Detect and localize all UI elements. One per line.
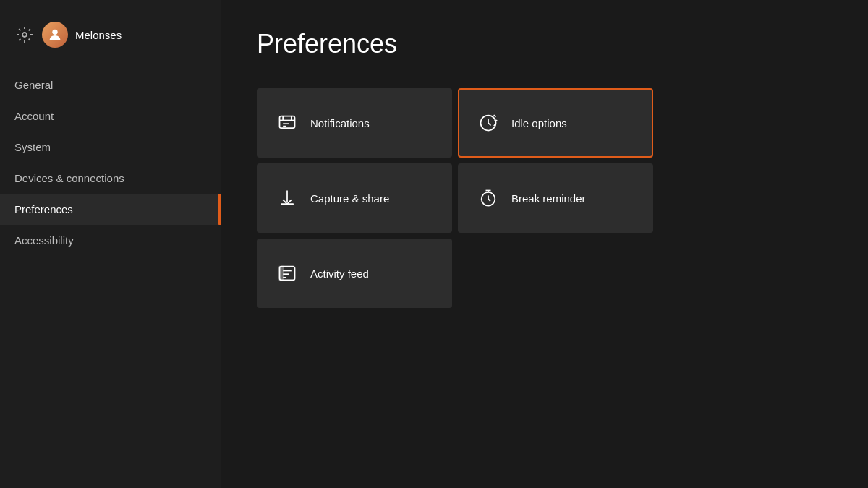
svg-rect-2 [280, 116, 295, 128]
tile-capture-share[interactable]: Capture & share [257, 163, 452, 233]
sidebar-header: Melonses [0, 14, 221, 69]
tile-idle-label: Idle options [511, 117, 567, 129]
tiles-grid: Notifications Idle options Capture & [257, 88, 832, 308]
idle-icon [477, 111, 500, 134]
tile-capture-label: Capture & share [310, 192, 389, 205]
tile-notifications-label: Notifications [310, 117, 370, 129]
sidebar: Melonses General Account System Devices … [0, 0, 221, 488]
tile-activity-feed[interactable]: Activity feed [257, 239, 452, 308]
tile-break-reminder[interactable]: Break reminder [458, 163, 653, 233]
sidebar-item-account[interactable]: Account [0, 100, 221, 132]
avatar [42, 22, 68, 48]
notifications-icon [276, 111, 299, 134]
sidebar-item-general[interactable]: General [0, 69, 221, 100]
capture-icon [276, 187, 299, 210]
tile-notifications[interactable]: Notifications [257, 88, 452, 158]
break-icon [477, 187, 500, 210]
sidebar-item-preferences[interactable]: Preferences [0, 194, 221, 225]
svg-rect-15 [280, 267, 284, 281]
gear-icon [14, 25, 35, 45]
sidebar-item-accessibility[interactable]: Accessibility [0, 225, 221, 256]
main-content: Preferences Notifications [221, 0, 868, 488]
svg-point-1 [52, 30, 57, 35]
svg-point-0 [22, 33, 27, 37]
sidebar-item-system[interactable]: System [0, 132, 221, 163]
page-title: Preferences [257, 29, 832, 59]
tile-activity-label: Activity feed [310, 267, 369, 280]
sidebar-item-devices[interactable]: Devices & connections [0, 163, 221, 194]
sidebar-nav: General Account System Devices & connect… [0, 69, 221, 256]
tile-break-label: Break reminder [511, 192, 586, 205]
activity-icon [276, 262, 299, 285]
sidebar-username: Melonses [75, 29, 122, 41]
tile-idle-options[interactable]: Idle options [458, 88, 653, 158]
